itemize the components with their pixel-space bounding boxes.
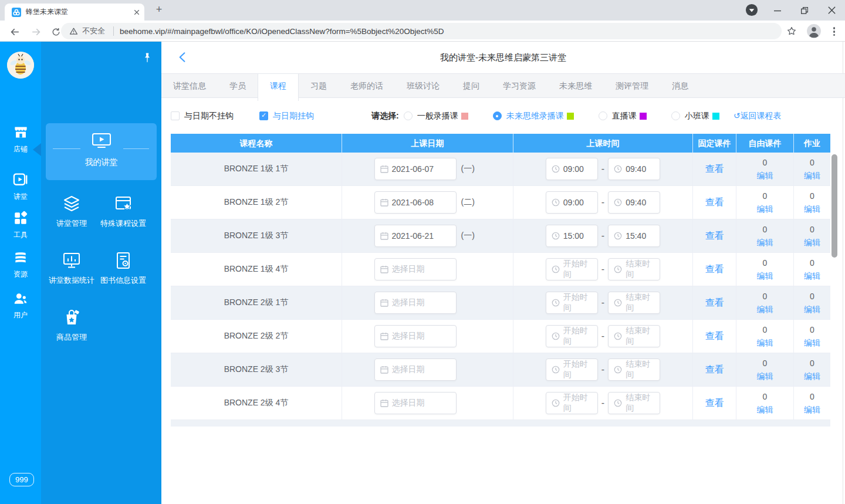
end-time-input[interactable]: 结束时间	[608, 325, 660, 347]
end-time-input[interactable]: 15:40	[608, 225, 660, 247]
tab-class-info[interactable]: 讲堂信息	[161, 74, 218, 97]
window-close-button[interactable]	[818, 0, 845, 21]
end-time-input[interactable]: 结束时间	[608, 258, 660, 280]
date-input[interactable]: 选择日期	[374, 292, 457, 314]
edit-free-courseware-link[interactable]: 编辑	[757, 370, 773, 382]
pushpin-icon[interactable]	[143, 52, 152, 66]
return-schedule-link[interactable]: ↺返回课程表	[734, 111, 782, 121]
edit-free-courseware-link[interactable]: 编辑	[757, 236, 773, 248]
forward-icon[interactable]	[29, 25, 42, 38]
edit-homework-link[interactable]: 编辑	[804, 170, 820, 181]
tab-exercises[interactable]: 习题	[299, 74, 339, 97]
edit-free-courseware-link[interactable]: 编辑	[757, 404, 773, 415]
browser-download-icon[interactable]	[745, 4, 758, 19]
radio-future-thinking-recorded[interactable]: 未来思维录播课	[493, 111, 574, 121]
radio-small-class[interactable]: 小班课	[671, 111, 719, 121]
view-link[interactable]: 查看	[705, 230, 724, 242]
panel-item-product-management[interactable]: 商品管理	[42, 308, 101, 343]
start-time-input[interactable]: 开始时间	[546, 292, 598, 314]
edit-free-courseware-link[interactable]: 编辑	[757, 303, 773, 315]
sidebar-item-users[interactable]: 用户	[0, 291, 41, 320]
tab-future-thinking[interactable]: 未来思维	[547, 74, 604, 97]
start-time-input[interactable]: 开始时间	[546, 325, 598, 347]
notification-badge[interactable]: 999	[9, 473, 34, 486]
view-link[interactable]: 查看	[705, 397, 724, 410]
panel-item-classroom-management[interactable]: 讲堂管理	[42, 194, 101, 229]
page-back-icon[interactable]	[176, 50, 190, 66]
panel-item-classroom-statistics[interactable]: 讲堂数据统计	[42, 251, 101, 286]
url-text[interactable]: beehome.vip/#/mainpagefbwl/office/KO/iOp…	[120, 27, 444, 36]
radio-live-course[interactable]: 直播课	[599, 111, 647, 121]
end-time-input[interactable]: 结束时间	[608, 292, 660, 314]
back-icon[interactable]	[8, 25, 21, 38]
start-time-input[interactable]: 开始时间	[546, 392, 598, 414]
checkbox-date-linked[interactable]: 与日期挂钩	[259, 111, 314, 121]
view-link[interactable]: 查看	[705, 163, 724, 175]
end-time-input[interactable]: 结束时间	[608, 358, 660, 381]
profile-avatar-icon[interactable]	[806, 23, 822, 39]
date-input[interactable]: 选择日期	[374, 392, 457, 414]
tab-close-icon[interactable]	[134, 9, 140, 15]
end-time-input[interactable]: 09:40	[608, 158, 660, 180]
browser-menu-icon[interactable]	[833, 26, 835, 38]
view-link[interactable]: 查看	[705, 297, 724, 309]
date-input[interactable]: 2021-06-21	[374, 225, 457, 247]
edit-homework-link[interactable]: 编辑	[804, 236, 820, 248]
edit-free-courseware-link[interactable]: 编辑	[757, 170, 773, 181]
edit-free-courseware-link[interactable]: 编辑	[757, 203, 773, 215]
tab-courses[interactable]: 课程	[258, 74, 299, 101]
view-link[interactable]: 查看	[705, 197, 724, 209]
tab-questions[interactable]: 提问	[451, 74, 491, 97]
view-link[interactable]: 查看	[705, 263, 724, 276]
view-link[interactable]: 查看	[705, 330, 724, 343]
sidebar-item-resources[interactable]: 资源	[0, 250, 41, 279]
start-time-input[interactable]: 09:00	[546, 191, 598, 214]
start-time-input[interactable]: 09:00	[546, 158, 598, 180]
end-time-input[interactable]: 09:40	[608, 191, 660, 214]
edit-homework-link[interactable]: 编辑	[804, 203, 820, 215]
security-warning-icon[interactable]	[69, 27, 78, 36]
sidebar-item-classroom[interactable]: 讲堂	[0, 171, 41, 202]
start-time-input[interactable]: 15:00	[546, 225, 598, 247]
start-time-input[interactable]: 开始时间	[546, 258, 598, 280]
date-input[interactable]: 选择日期	[374, 258, 457, 280]
date-input[interactable]: 2021-06-08	[374, 191, 457, 214]
table-scrollbar-thumb[interactable]	[832, 154, 837, 258]
window-restore-button[interactable]	[791, 0, 818, 21]
date-input[interactable]: 选择日期	[374, 325, 457, 347]
radio-icon	[493, 111, 502, 120]
edit-homework-link[interactable]: 编辑	[804, 270, 820, 282]
view-link[interactable]: 查看	[705, 364, 724, 376]
checkbox-date-unlinked[interactable]: 与日期不挂钩	[171, 111, 234, 121]
tab-messages[interactable]: 消息	[660, 74, 700, 97]
start-time-input[interactable]: 开始时间	[546, 358, 598, 381]
url-bar[interactable]: 不安全 beehome.vip/#/mainpagefbwl/office/KO…	[61, 23, 782, 39]
tab-assessment[interactable]: 测评管理	[604, 74, 660, 97]
edit-homework-link[interactable]: 编辑	[804, 337, 820, 349]
security-label[interactable]: 不安全	[82, 26, 105, 36]
tab-students[interactable]: 学员	[218, 74, 258, 97]
edit-homework-link[interactable]: 编辑	[804, 303, 820, 315]
radio-general-recorded[interactable]: 一般录播课	[404, 111, 468, 121]
window-minimize-button[interactable]	[764, 0, 791, 21]
edit-free-courseware-link[interactable]: 编辑	[757, 337, 773, 349]
tab-class-discussion[interactable]: 班级讨论	[395, 74, 451, 97]
edit-homework-link[interactable]: 编辑	[804, 404, 820, 415]
end-time-input[interactable]: 结束时间	[608, 392, 660, 414]
reload-icon[interactable]	[49, 25, 62, 38]
edit-homework-link[interactable]: 编辑	[804, 370, 820, 382]
edit-free-courseware-link[interactable]: 编辑	[757, 270, 773, 282]
panel-item-my-classroom[interactable]: 我的讲堂	[46, 123, 157, 180]
panel-item-special-course-settings[interactable]: 特殊课程设置	[94, 194, 153, 229]
tab-learning-resources[interactable]: 学习资源	[491, 74, 547, 97]
browser-tab[interactable]: 蜂堡未来课堂	[5, 4, 144, 21]
user-avatar[interactable]	[7, 52, 34, 79]
sidebar-item-tools[interactable]: 工具	[0, 211, 41, 240]
date-input[interactable]: 2021-06-07	[374, 158, 457, 180]
calendar-icon	[380, 332, 388, 340]
tab-teacher-words[interactable]: 老师的话	[339, 74, 395, 97]
date-input[interactable]: 选择日期	[374, 358, 457, 381]
bookmark-star-icon[interactable]	[786, 26, 797, 36]
panel-item-book-info-settings[interactable]: 图书信息设置	[94, 251, 153, 286]
new-tab-button[interactable]: +	[151, 2, 167, 18]
